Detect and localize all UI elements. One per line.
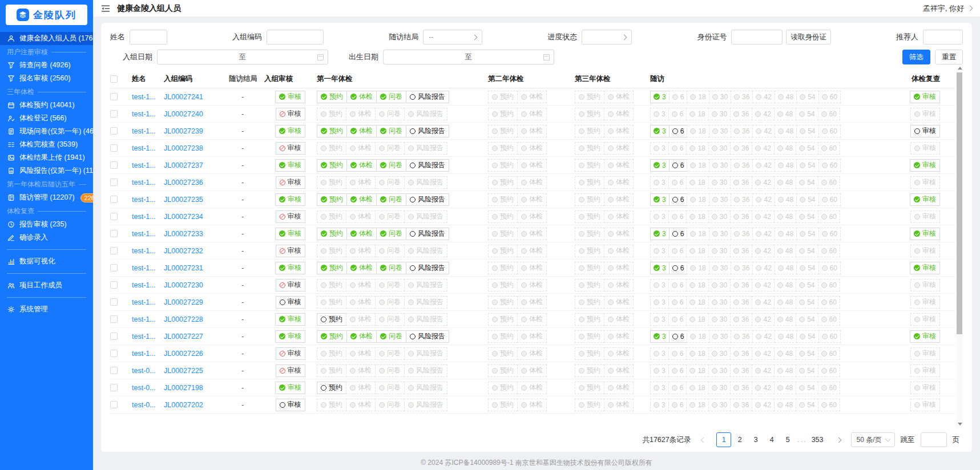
recheck-audit-status[interactable]: 审核 (910, 91, 940, 103)
page-number-353[interactable]: 353 (809, 432, 826, 447)
year1-风险报告-status[interactable]: 风险报告 (406, 159, 449, 172)
enroll-audit-status[interactable]: 审核 (276, 210, 305, 223)
sidebar-item-followup-management[interactable]: 随访管理 (12207)226 (0, 191, 93, 204)
sidebar-item-report-review[interactable]: 报告审核 (235) (0, 218, 93, 231)
row-checkbox[interactable] (110, 298, 118, 306)
year1-预约-status[interactable]: 预约 (317, 382, 346, 394)
enroll-audit-status[interactable]: 审核 (275, 159, 305, 172)
row-checkbox[interactable] (110, 247, 118, 254)
menu-fold-icon[interactable] (101, 5, 110, 13)
recheck-audit-status[interactable]: 审核 (910, 262, 940, 274)
enroll-code-link[interactable]: JL00027234 (164, 213, 203, 221)
scroll-up-icon[interactable] (958, 67, 962, 70)
enroll-audit-status[interactable]: 审核 (276, 176, 305, 189)
read-id-card-button[interactable]: 读取身份证 (786, 30, 831, 44)
followup-month-6-status[interactable]: 6 (669, 159, 688, 172)
next-page-button[interactable] (832, 433, 845, 447)
year1-体检-status[interactable]: 体检 (346, 159, 377, 172)
row-checkbox[interactable] (110, 196, 118, 203)
scrollbar-thumb[interactable] (957, 72, 962, 334)
member-name-link[interactable]: test-1... (132, 196, 156, 204)
select-all-checkbox[interactable] (110, 75, 118, 83)
enroll-audit-status[interactable]: 审核 (275, 91, 305, 103)
year1-体检-status[interactable]: 体检 (346, 262, 377, 274)
enroll-audit-status[interactable]: 审核 (275, 313, 305, 326)
enroll-code-link[interactable]: JL00027230 (164, 281, 203, 289)
member-name-link[interactable]: test-1... (132, 213, 156, 221)
row-checkbox[interactable] (110, 179, 118, 186)
followup-month-6-status[interactable]: 6 (669, 330, 688, 343)
enroll-audit-status[interactable]: 审核 (276, 399, 305, 411)
row-checkbox[interactable] (110, 93, 118, 100)
sidebar-item-diagnosis-entry[interactable]: 确诊录入 (0, 231, 93, 244)
row-checkbox[interactable] (110, 110, 118, 118)
year1-预约-status[interactable]: 预约 (317, 91, 347, 103)
row-checkbox[interactable] (110, 384, 118, 391)
year1-风险报告-status[interactable]: 风险报告 (406, 228, 449, 240)
year1-风险报告-status[interactable]: 风险报告 (406, 91, 449, 103)
name-input[interactable] (130, 30, 167, 44)
enroll-audit-status[interactable]: 审核 (275, 382, 305, 394)
enroll-code-link[interactable]: JL00027240 (164, 110, 203, 118)
recheck-audit-status[interactable]: 审核 (910, 193, 940, 206)
enroll-audit-status[interactable]: 审核 (275, 193, 305, 206)
member-name-link[interactable]: test-0... (132, 384, 156, 392)
member-name-link[interactable]: test-0... (132, 367, 156, 375)
enroll-code-link[interactable]: JL00027241 (164, 93, 203, 101)
sidebar-item-system-management[interactable]: 系统管理 (0, 303, 93, 316)
recheck-audit-status[interactable]: 审核 (910, 159, 940, 172)
enroll-code-link[interactable]: JL00027202 (164, 401, 203, 409)
enroll-audit-status[interactable]: 审核 (275, 330, 305, 343)
year1-问卷-status[interactable]: 问卷 (376, 228, 406, 240)
year1-体检-status[interactable]: 体检 (346, 193, 377, 206)
followup-month-6-status[interactable]: 6 (669, 262, 688, 274)
page-number-4[interactable]: 4 (764, 432, 779, 447)
year1-预约-status[interactable]: 预约 (317, 228, 347, 240)
enroll-code-link[interactable]: JL00027225 (164, 367, 203, 375)
enroll-audit-status[interactable]: 审核 (276, 245, 305, 257)
row-checkbox[interactable] (110, 333, 118, 340)
enroll-code-link[interactable]: JL00027229 (164, 298, 203, 306)
followup-month-6-status[interactable]: 6 (669, 125, 688, 137)
enroll-audit-status[interactable]: 审核 (276, 108, 305, 120)
sidebar-item-risk-report[interactable]: 风险报告(仅第一年) (111) (0, 164, 93, 177)
outcome-select[interactable]: -- (423, 30, 482, 44)
enroll-code-link[interactable]: JL00027198 (164, 384, 203, 392)
table-scrollbar[interactable] (956, 64, 963, 428)
sidebar-item-exam-registration[interactable]: 体检登记 (566) (0, 112, 93, 125)
enroll-code-link[interactable]: JL00027239 (164, 127, 203, 135)
birth-date-range[interactable]: 至 (383, 50, 554, 64)
year1-风险报告-status[interactable]: 风险报告 (406, 125, 449, 137)
year1-风险报告-status[interactable]: 风险报告 (406, 330, 449, 343)
member-name-link[interactable]: test-1... (132, 93, 156, 101)
year1-体检-status[interactable]: 体检 (346, 125, 377, 137)
year1-预约-status[interactable]: 预约 (317, 193, 347, 206)
enroll-audit-status[interactable]: 审核 (275, 125, 305, 137)
referrer-input[interactable] (923, 30, 963, 44)
year1-问卷-status[interactable]: 问卷 (376, 330, 406, 343)
sidebar-item-screening-questionnaire[interactable]: 筛查问卷 (4926) (0, 59, 93, 72)
enroll-code-link[interactable]: JL00027228 (164, 315, 203, 323)
year1-问卷-status[interactable]: 问卷 (376, 91, 406, 103)
enroll-code-link[interactable]: JL00027232 (164, 247, 203, 255)
sidebar-item-project-members[interactable]: 项目工作成员 (0, 279, 93, 292)
row-checkbox[interactable] (110, 144, 118, 152)
page-number-1[interactable]: 1 (716, 432, 731, 447)
row-checkbox[interactable] (110, 281, 118, 289)
member-name-link[interactable]: test-1... (132, 230, 156, 238)
enroll-audit-status[interactable]: 审核 (276, 347, 305, 360)
sidebar-item-onsite-questionnaire[interactable]: 现场问卷(仅第一年) (46) (0, 125, 93, 138)
followup-month-3-status[interactable]: 3 (650, 262, 670, 274)
recheck-audit-status[interactable]: 审核 (910, 228, 940, 240)
followup-month-3-status[interactable]: 3 (650, 125, 670, 137)
member-name-link[interactable]: test-1... (132, 110, 156, 118)
followup-month-3-status[interactable]: 3 (650, 193, 670, 206)
enroll-audit-status[interactable]: 审核 (276, 364, 305, 377)
code-input[interactable] (267, 30, 324, 44)
recheck-audit-status[interactable]: 审核 (910, 330, 940, 343)
sidebar-item-exam-reservation[interactable]: 体检预约 (14041) (0, 99, 93, 112)
followup-month-3-status[interactable]: 3 (650, 228, 670, 240)
row-checkbox[interactable] (110, 315, 118, 323)
row-checkbox[interactable] (110, 161, 118, 169)
enroll-code-link[interactable]: JL00027237 (164, 161, 203, 169)
